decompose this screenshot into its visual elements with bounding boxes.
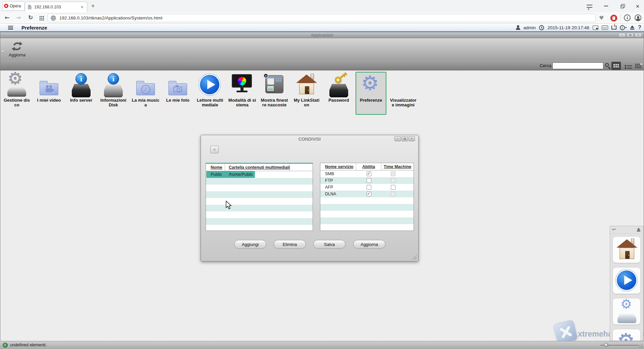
info-menu[interactable]: i ▾ bbox=[620, 25, 627, 30]
enable-checkbox-ftp[interactable] bbox=[367, 178, 371, 183]
timemachine-checkbox-ftp[interactable] bbox=[391, 178, 395, 183]
app-icon-label: Le mie foto bbox=[164, 98, 192, 103]
enable-checkbox-afp[interactable] bbox=[367, 185, 371, 190]
elimina-button[interactable]: Elimina bbox=[274, 240, 306, 249]
app-icon-label: My LinkStation bbox=[292, 98, 321, 107]
profile-icon[interactable] bbox=[635, 14, 641, 21]
url-field[interactable]: 192.168.0.103/rtknas2/Applications/Syste… bbox=[48, 14, 596, 22]
empty-row[interactable] bbox=[320, 224, 414, 231]
download-tray-icon[interactable] bbox=[611, 26, 616, 30]
dialog-close-button[interactable]: × bbox=[409, 136, 415, 141]
timemachine-checkbox-dlna[interactable] bbox=[391, 192, 395, 196]
browser-menu-button[interactable] bbox=[584, 2, 595, 10]
timemachine-checkbox-smb[interactable] bbox=[391, 171, 395, 176]
empty-row[interactable] bbox=[206, 205, 313, 211]
empty-row[interactable] bbox=[206, 211, 313, 218]
dialog-resize-grip[interactable] bbox=[412, 255, 417, 259]
view-list-button[interactable] bbox=[623, 62, 632, 70]
view-grid-button[interactable] bbox=[611, 62, 621, 70]
nas-device-icon[interactable] bbox=[602, 26, 608, 30]
app-icon-lettore-multimediale[interactable]: Lettore multimediale bbox=[195, 72, 225, 115]
app-icon-info-server[interactable]: i Info server bbox=[66, 72, 97, 115]
service-row-ftp[interactable]: FTP bbox=[320, 177, 414, 184]
empty-row[interactable] bbox=[206, 178, 313, 185]
window-restore-button[interactable] bbox=[616, 2, 628, 10]
applications-titlebar[interactable]: Applicazioni – × bbox=[0, 32, 644, 38]
enable-checkbox-smb[interactable] bbox=[367, 171, 371, 176]
empty-row[interactable] bbox=[320, 197, 414, 204]
collapse-left-chevron[interactable]: « bbox=[1, 48, 5, 54]
dock-slider-knob[interactable] bbox=[604, 343, 608, 347]
downloads-icon[interactable] bbox=[624, 14, 631, 21]
browser-tab[interactable]: 192.168.0.103 × bbox=[25, 2, 87, 12]
app-icon-visualizzatore-immagini[interactable]: Visualizzatore immagini bbox=[388, 72, 419, 115]
opera-logo-icon bbox=[4, 4, 8, 8]
app-icon-password[interactable]: Password bbox=[323, 72, 354, 115]
empty-row[interactable] bbox=[206, 191, 313, 198]
service-row-dlna[interactable]: DLNA bbox=[320, 191, 414, 197]
dock-disk-management-button[interactable]: ⚙ bbox=[612, 298, 641, 325]
empty-row[interactable] bbox=[320, 204, 414, 211]
hamburger-menu-icon[interactable] bbox=[8, 26, 13, 30]
dialog-back-button[interactable]: < bbox=[210, 146, 219, 153]
screenshot-icon[interactable] bbox=[593, 26, 598, 30]
app-icon-i-miei-video[interactable]: I miei video bbox=[34, 72, 64, 115]
dialog-minimize-button[interactable]: – bbox=[394, 136, 401, 141]
dock-media-player-button[interactable] bbox=[612, 267, 641, 294]
service-row-smb[interactable]: SMB bbox=[320, 170, 414, 177]
adblock-icon[interactable] bbox=[610, 15, 617, 21]
dock-back-icon[interactable]: ↩ bbox=[612, 227, 616, 232]
reload-button[interactable]: ↻ bbox=[28, 14, 33, 21]
salva-button[interactable]: Salva bbox=[313, 240, 345, 249]
search-icon[interactable] bbox=[605, 63, 609, 67]
eject-icon[interactable] bbox=[630, 26, 635, 30]
empty-row[interactable] bbox=[320, 211, 414, 217]
aggiungi-button[interactable]: Aggiungi bbox=[234, 240, 266, 249]
app-minimize-button[interactable]: – bbox=[619, 33, 626, 37]
forward-button[interactable]: → bbox=[16, 14, 21, 21]
app-icon-preferenze[interactable]: ⚙ Preferenze bbox=[356, 72, 386, 115]
app-icon-informazioni-disk[interactable]: i Informazioni Disk bbox=[98, 72, 129, 115]
empty-row[interactable] bbox=[206, 225, 313, 232]
window-minimize-button[interactable] bbox=[600, 2, 612, 10]
enable-checkbox-dlna[interactable] bbox=[367, 192, 371, 196]
opera-menu-button[interactable]: Opera bbox=[3, 1, 25, 10]
app-restore-button[interactable] bbox=[627, 33, 634, 37]
dock-preferences-button[interactable]: ⚙ bbox=[612, 329, 641, 341]
search-input[interactable] bbox=[552, 62, 603, 69]
empty-row[interactable] bbox=[320, 217, 414, 224]
app-close-button[interactable]: × bbox=[635, 33, 642, 37]
app-icon-mostra-finestre-nascoste[interactable]: × Mostra finestre nascoste bbox=[259, 72, 290, 115]
dock-resize-grip[interactable] bbox=[638, 344, 643, 348]
dialog-maximize-button[interactable] bbox=[401, 136, 408, 141]
app-icon-gestione-disco[interactable]: ⚙ Gestione disco bbox=[1, 72, 32, 115]
shares-table-header: Nome Cartella contenuti multimediali bbox=[206, 164, 313, 171]
new-tab-button[interactable]: + bbox=[91, 3, 95, 10]
status-bar: i undefined elementi. bbox=[0, 341, 644, 349]
service-row-afp[interactable]: AFP bbox=[320, 184, 414, 191]
tab-close-icon[interactable]: × bbox=[80, 4, 84, 10]
app-icon-le-mie-foto[interactable]: Le mie foto bbox=[162, 72, 193, 115]
aggiorna-button[interactable]: Aggiorna bbox=[353, 240, 385, 249]
speed-dial-icon[interactable] bbox=[40, 16, 41, 17]
app-icon-la-mia-musica[interactable]: ♪ La mia musica bbox=[130, 72, 161, 115]
app-icon-modalit-di-sistema[interactable]: Modalità di sistema bbox=[227, 72, 258, 115]
timemachine-checkbox-afp[interactable] bbox=[391, 185, 395, 190]
bookmark-heart-icon[interactable]: ♥ bbox=[599, 15, 604, 21]
services-table[interactable]: Nome servizio Abilita Time Machine SMB F… bbox=[320, 163, 414, 231]
refresh-button[interactable]: Aggiorna bbox=[6, 41, 28, 57]
app-icon-my-linkstation[interactable]: My LinkStation bbox=[291, 72, 322, 115]
window-close-button[interactable] bbox=[632, 2, 643, 10]
dock-collapse-icon[interactable] bbox=[637, 228, 640, 231]
empty-row[interactable] bbox=[206, 218, 313, 225]
share-row[interactable]: Public /home/Public bbox=[206, 171, 313, 178]
empty-row[interactable] bbox=[206, 185, 313, 191]
app-icon-label: I miei video bbox=[35, 98, 63, 103]
empty-row[interactable] bbox=[206, 198, 313, 205]
dock-my-linkstation-button[interactable] bbox=[612, 236, 641, 263]
collapse-right-chevron[interactable]: » bbox=[640, 61, 643, 67]
help-icon[interactable]: ? bbox=[638, 24, 641, 31]
back-button[interactable]: ← bbox=[5, 14, 9, 21]
dialog-title: CONDIVISI bbox=[201, 137, 418, 142]
shares-table[interactable]: Nome Cartella contenuti multimediali Pub… bbox=[206, 163, 313, 231]
